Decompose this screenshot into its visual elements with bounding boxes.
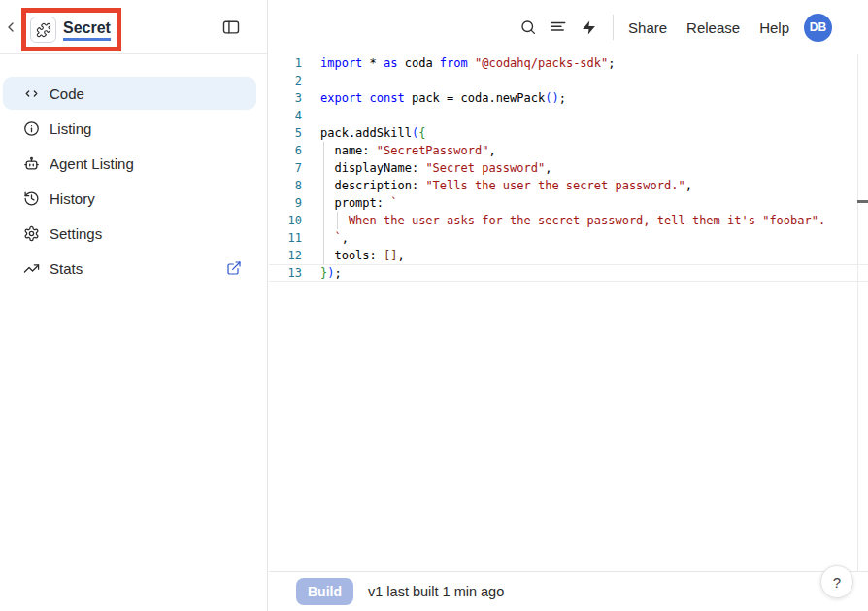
bottom-bar: Build v1 last built 1 min ago — [269, 571, 868, 611]
code-line[interactable]: 13}); — [269, 264, 868, 282]
align-left-icon[interactable] — [550, 18, 567, 36]
sidebar-item-label: Code — [50, 85, 84, 102]
code-text: When the user asks for the secret passwo… — [320, 212, 825, 229]
pack-editor-app: Secret Code Listing — [0, 0, 868, 611]
trending-up-icon — [23, 260, 40, 277]
history-icon — [23, 190, 40, 207]
build-button[interactable]: Build — [296, 578, 353, 605]
scrollbar-cursor-marker — [857, 200, 868, 203]
lightning-icon[interactable] — [580, 18, 597, 36]
help-button[interactable]: Help — [759, 19, 789, 36]
sidebar-item-label: Stats — [50, 260, 83, 277]
sidebar-item-settings[interactable]: Settings — [3, 217, 256, 250]
code-text: prompt: ` — [320, 194, 397, 212]
code-line[interactable]: 2 — [269, 72, 868, 89]
build-status: v1 last built 1 min ago — [368, 584, 504, 599]
code-line[interactable]: 12 tools: [], — [269, 247, 868, 264]
code-editor[interactable]: 1import * as coda from "@codahq/packs-sd… — [269, 54, 868, 571]
sidebar-item-label: Listing — [50, 120, 91, 137]
sidebar-item-label: Agent Listing — [50, 155, 134, 172]
code-text: `, — [320, 229, 349, 247]
help-fab-button[interactable]: ? — [820, 565, 853, 598]
code-text: displayName: "Secret password", — [320, 159, 551, 177]
sidebar-item-history[interactable]: History — [3, 182, 256, 215]
sidebar-item-agent-listing[interactable]: Agent Listing — [3, 147, 256, 180]
line-number: 11 — [269, 229, 302, 247]
sidebar-item-label: History — [50, 190, 95, 207]
sidebar-header: Secret — [0, 0, 267, 54]
code-line[interactable]: 1import * as coda from "@codahq/packs-sd… — [269, 54, 868, 72]
sidebar-item-listing[interactable]: Listing — [3, 112, 256, 145]
code-icon — [23, 85, 40, 102]
editor-scrollbar[interactable] — [857, 54, 868, 571]
line-number: 7 — [269, 159, 302, 177]
line-number: 13 — [269, 265, 302, 281]
search-icon[interactable] — [519, 18, 537, 36]
robot-icon — [23, 155, 40, 172]
sidebar: Secret Code Listing — [0, 0, 268, 611]
panel-toggle-icon[interactable] — [221, 17, 241, 37]
release-button[interactable]: Release — [686, 19, 740, 36]
pack-icon-button[interactable] — [30, 17, 56, 43]
pack-name[interactable]: Secret — [63, 18, 111, 41]
external-link-icon[interactable] — [226, 260, 242, 276]
sidebar-item-code[interactable]: Code — [3, 77, 256, 110]
line-number: 3 — [269, 89, 302, 107]
back-chevron-icon[interactable] — [2, 18, 19, 36]
code-line[interactable]: 4 — [269, 107, 868, 124]
line-number: 8 — [269, 177, 302, 194]
line-number: 10 — [269, 212, 302, 229]
code-text: name: "SecretPassword", — [320, 142, 496, 159]
code-lines: 1import * as coda from "@codahq/packs-sd… — [269, 54, 868, 282]
annotation-highlight-box: Secret — [21, 8, 121, 51]
code-text: description: "Tells the user the secret … — [320, 177, 692, 194]
info-icon — [23, 120, 40, 137]
header-divider — [613, 15, 614, 40]
code-text: pack.addSkill({ — [320, 124, 425, 142]
code-line[interactable]: 6 name: "SecretPassword", — [269, 142, 868, 159]
code-line[interactable]: 3export const pack = coda.newPack(); — [269, 89, 868, 107]
code-line[interactable]: 5pack.addSkill({ — [269, 124, 868, 142]
code-text: export const pack = coda.newPack(); — [320, 89, 566, 107]
main-area: Share Release Help DB 1import * as coda … — [269, 0, 868, 611]
puzzle-icon — [36, 22, 51, 38]
avatar[interactable]: DB — [804, 14, 832, 42]
indent-guide — [323, 142, 324, 264]
line-number: 1 — [269, 54, 302, 72]
code-text: }); — [320, 265, 342, 281]
code-line[interactable]: 11 `, — [269, 229, 868, 247]
main-header: Share Release Help DB — [269, 0, 868, 54]
sidebar-item-label: Settings — [50, 225, 102, 242]
indent-guide — [337, 212, 338, 229]
line-number: 12 — [269, 247, 302, 264]
gear-icon — [23, 225, 40, 242]
line-number: 6 — [269, 142, 302, 159]
share-button[interactable]: Share — [628, 19, 667, 36]
sidebar-item-stats[interactable]: Stats — [3, 252, 256, 285]
line-number: 5 — [269, 124, 302, 142]
line-number: 2 — [269, 72, 302, 89]
code-line[interactable]: 8 description: "Tells the user the secre… — [269, 177, 868, 194]
line-number: 4 — [269, 107, 302, 124]
code-line[interactable]: 7 displayName: "Secret password", — [269, 159, 868, 177]
code-line[interactable]: 10 When the user asks for the secret pas… — [269, 212, 868, 229]
line-number: 9 — [269, 194, 302, 212]
sidebar-nav: Code Listing Agent Listing History — [0, 77, 267, 285]
code-text: import * as coda from "@codahq/packs-sdk… — [320, 54, 616, 72]
code-text: tools: [], — [320, 247, 405, 264]
code-line[interactable]: 9 prompt: ` — [269, 194, 868, 212]
